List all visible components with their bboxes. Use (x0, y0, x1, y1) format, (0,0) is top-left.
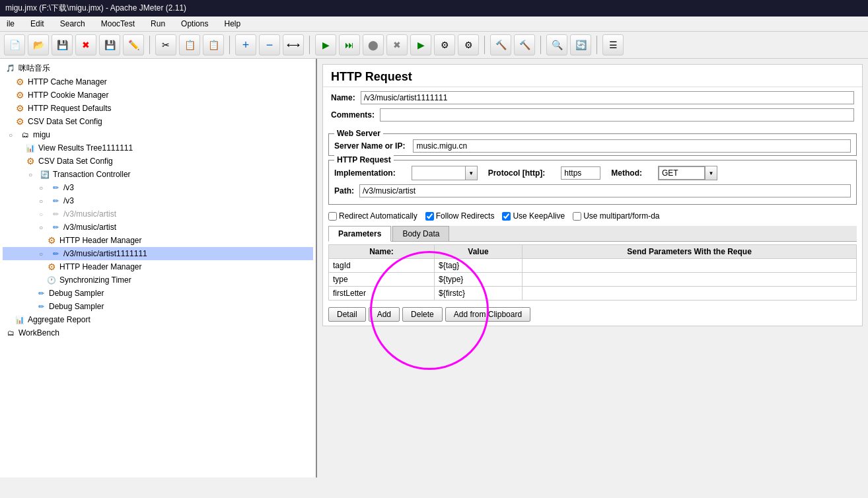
server-row: Server Name or IP: (334, 139, 851, 153)
tree-label: HTTP Header Manager (59, 236, 142, 245)
save-as-button[interactable]: 💾 (99, 34, 120, 55)
menu-search[interactable]: Search (56, 18, 89, 30)
param-name-firstletter: firstLetter (329, 287, 435, 301)
cut-button[interactable]: ✂ (155, 34, 176, 55)
pen-icon: ✏ (34, 301, 48, 312)
tree-item-v3-2[interactable]: ○ ✏ /v3 (3, 194, 313, 207)
impl-label: Implementation: (334, 168, 396, 178)
reset-button[interactable]: 🔄 (570, 34, 591, 55)
circle-icon: ○ (34, 222, 48, 232)
keepalive-checkbox[interactable] (502, 212, 511, 221)
delete-param-button[interactable]: Delete (402, 307, 443, 322)
search-button[interactable]: 🔍 (546, 34, 567, 55)
tree-item-aggregate[interactable]: 📊 Aggregate Report (3, 313, 313, 326)
name-label: Name: (331, 93, 355, 102)
tree-item-req-defaults[interactable]: ⚙ HTTP Request Defaults (3, 102, 313, 115)
follow-redirects-checkbox[interactable] (425, 212, 434, 221)
list-button[interactable]: ☰ (602, 34, 624, 55)
web-server-legend: Web Server (334, 129, 383, 138)
method-input[interactable] (659, 166, 705, 180)
name-input[interactable] (361, 91, 854, 104)
start-no-pause-button[interactable]: ⏭ (339, 34, 360, 55)
redirect-auto-checkbox[interactable] (328, 212, 337, 221)
tree-item-debug1[interactable]: ✏ Debug Sampler (3, 287, 313, 300)
keepalive-label: Use KeepAlive (513, 211, 565, 221)
tab-body-data[interactable]: Body Data (392, 226, 449, 241)
tree-label: Aggregate Report (28, 315, 90, 324)
add-from-clipboard-button[interactable]: Add from Clipboard (445, 307, 530, 322)
clock-icon: 🕐 (45, 275, 58, 285)
tree-item-artist1111[interactable]: ○ ✏ /v3/music/artist1111111 (3, 247, 313, 260)
remote-start-button[interactable]: ▶ (410, 34, 431, 55)
toggle-button[interactable]: ⟷ (283, 34, 304, 55)
close-button[interactable]: ✖ (75, 34, 96, 55)
name-section: Name: Comments: (323, 87, 862, 129)
tree-item-csv1[interactable]: ⚙ CSV Data Set Config (3, 115, 313, 128)
detail-button[interactable]: Detail (328, 307, 366, 322)
header-name: Name: (329, 245, 435, 259)
protocol-input[interactable] (561, 166, 600, 180)
impl-input[interactable] (412, 167, 465, 179)
paste-button[interactable]: 📋 (203, 34, 224, 55)
stop-now-button[interactable]: ✖ (386, 34, 408, 55)
remote-stop-button[interactable]: ⚙ (458, 34, 479, 55)
remove-button[interactable]: − (259, 34, 280, 55)
tree-item-csv2[interactable]: ⚙ CSV Data Set Config (3, 155, 313, 168)
menu-file[interactable]: ile (3, 18, 18, 30)
pen-icon: ✏ (49, 196, 62, 206)
impl-select-wrapper[interactable]: ▼ (412, 166, 478, 180)
tree-item-cookie[interactable]: ⚙ HTTP Cookie Manager (3, 89, 313, 102)
server-input[interactable] (413, 139, 851, 153)
tree-item-migu[interactable]: ○ 🗂 migu (3, 128, 313, 141)
open-button[interactable]: 📂 (28, 34, 49, 55)
new-button[interactable]: 📄 (4, 34, 25, 55)
menu-help[interactable]: Help (220, 18, 244, 30)
tree-item-artist-gray[interactable]: ○ ✏ /v3/music/artist (3, 207, 313, 221)
clear-button[interactable]: 🔨 (490, 34, 511, 55)
tree-label: HTTP Request Defaults (28, 104, 112, 113)
param-value-type: ${type} (435, 273, 523, 287)
edit-button[interactable]: ✏️ (123, 34, 144, 55)
tree-item-header-mgr1[interactable]: ⚙ HTTP Header Manager (3, 234, 313, 247)
multipart-checkbox[interactable] (573, 212, 581, 221)
param-value-firstletter: ${firstc} (435, 287, 523, 301)
tree-item-view-results[interactable]: 📊 View Results Tree1111111 (3, 141, 313, 155)
tree-item-transaction[interactable]: ○ 🔄 Transaction Controller (3, 168, 313, 181)
menu-options[interactable]: Options (177, 18, 212, 30)
menu-edit[interactable]: Edit (26, 18, 48, 30)
tree-item-v3-1[interactable]: ○ ✏ /v3 (3, 181, 313, 194)
path-input[interactable] (359, 184, 851, 197)
tree-label: CSV Data Set Config (28, 117, 102, 126)
tree-panel: 🎵 咪咕音乐 ⚙ HTTP Cache Manager ⚙ HTTP Cooki… (0, 59, 317, 478)
menu-run[interactable]: Run (147, 18, 169, 30)
tree-item-sync-timer[interactable]: 🕐 Synchronizing Timer (3, 273, 313, 287)
pen-icon: ✏ (49, 209, 62, 219)
save-button[interactable]: 💾 (52, 34, 73, 55)
add-button[interactable]: + (235, 34, 256, 55)
tree-label: /v3/music/artist (63, 209, 116, 219)
start-button[interactable]: ▶ (315, 34, 336, 55)
method-dropdown-btn[interactable]: ▼ (705, 166, 717, 180)
clear-all-button[interactable]: 🔨 (514, 34, 535, 55)
tree-item-debug2[interactable]: ✏ Debug Sampler (3, 300, 313, 313)
stop-button[interactable]: ⬤ (363, 34, 384, 55)
tree-item-root[interactable]: 🎵 咪咕音乐 (3, 61, 313, 75)
copy-button[interactable]: 📋 (179, 34, 200, 55)
tree-item-workbench[interactable]: 🗂 WorkBench (3, 326, 313, 339)
toolbar: 📄 📂 💾 ✖ 💾 ✏️ ✂ 📋 📋 + − ⟷ ▶ ⏭ ⬤ ✖ ▶ ⚙ ⚙ 🔨… (0, 32, 868, 59)
tree-label: migu (33, 130, 50, 139)
menu-mooctest[interactable]: MoocTest (97, 18, 139, 30)
tree-item-cache[interactable]: ⚙ HTTP Cache Manager (3, 75, 313, 89)
comments-input[interactable] (380, 108, 854, 122)
tree-label: View Results Tree1111111 (38, 143, 133, 153)
impl-dropdown-btn[interactable]: ▼ (465, 166, 477, 180)
tree-label: /v3/music/artist (63, 223, 116, 232)
tree-item-artist[interactable]: ○ ✏ /v3/music/artist (3, 221, 313, 234)
add-param-button[interactable]: Add (369, 307, 400, 322)
circle-icon: ○ (34, 182, 48, 193)
circle-icon: ○ (4, 129, 17, 140)
tab-parameters[interactable]: Parameters (328, 226, 391, 242)
remote-all-button[interactable]: ⚙ (434, 34, 455, 55)
tree-item-header-mgr2[interactable]: ⚙ HTTP Header Manager (3, 260, 313, 273)
method-select-wrapper[interactable]: ▼ (658, 166, 717, 180)
